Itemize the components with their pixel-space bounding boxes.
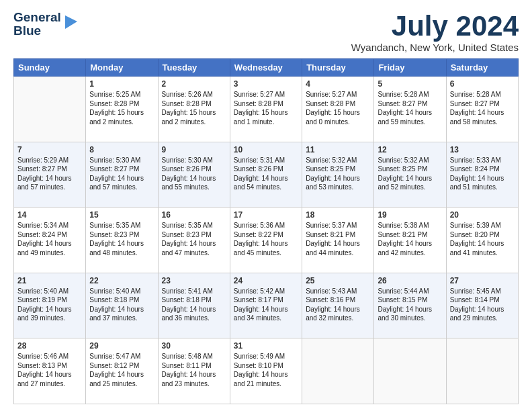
calendar-cell: 25Sunrise: 5:43 AMSunset: 8:16 PMDayligh…	[302, 273, 374, 338]
day-info: Sunrise: 5:43 AMSunset: 8:16 PMDaylight:…	[306, 287, 370, 323]
calendar-cell: 7Sunrise: 5:29 AMSunset: 8:27 PMDaylight…	[14, 142, 86, 208]
day-number: 5	[378, 79, 442, 89]
calendar-cell	[446, 338, 518, 404]
day-info: Sunrise: 5:40 AMSunset: 8:19 PMDaylight:…	[17, 287, 82, 323]
day-number: 9	[162, 145, 226, 154]
day-number: 6	[450, 79, 515, 89]
calendar-cell: 3Sunrise: 5:27 AMSunset: 8:28 PMDaylight…	[230, 77, 302, 142]
day-info: Sunrise: 5:27 AMSunset: 8:28 PMDaylight:…	[234, 90, 298, 126]
day-number: 20	[450, 210, 515, 220]
day-number: 13	[450, 145, 515, 154]
day-number: 16	[162, 210, 226, 220]
calendar-cell: 28Sunrise: 5:46 AMSunset: 8:13 PMDayligh…	[14, 338, 86, 404]
day-info: Sunrise: 5:33 AMSunset: 8:24 PMDaylight:…	[450, 156, 515, 192]
day-number: 8	[89, 145, 154, 154]
day-info: Sunrise: 5:31 AMSunset: 8:26 PMDaylight:…	[234, 156, 298, 192]
day-number: 23	[162, 276, 226, 285]
calendar-cell: 4Sunrise: 5:27 AMSunset: 8:28 PMDaylight…	[302, 77, 374, 142]
header-sunday: Sunday	[14, 59, 86, 77]
logo-blue: Blue	[13, 24, 61, 38]
calendar-cell	[302, 338, 374, 404]
calendar-cell: 2Sunrise: 5:26 AMSunset: 8:28 PMDaylight…	[158, 77, 230, 142]
calendar-cell: 11Sunrise: 5:32 AMSunset: 8:25 PMDayligh…	[302, 142, 374, 208]
calendar-cell: 12Sunrise: 5:32 AMSunset: 8:25 PMDayligh…	[374, 142, 446, 208]
calendar-cell: 18Sunrise: 5:37 AMSunset: 8:21 PMDayligh…	[302, 208, 374, 273]
calendar-cell: 14Sunrise: 5:34 AMSunset: 8:24 PMDayligh…	[14, 208, 86, 273]
day-info: Sunrise: 5:42 AMSunset: 8:17 PMDaylight:…	[234, 287, 298, 323]
calendar-cell: 15Sunrise: 5:35 AMSunset: 8:23 PMDayligh…	[86, 208, 158, 273]
day-number: 18	[306, 210, 370, 220]
day-number: 27	[450, 276, 515, 285]
day-info: Sunrise: 5:30 AMSunset: 8:26 PMDaylight:…	[162, 156, 226, 192]
day-info: Sunrise: 5:48 AMSunset: 8:11 PMDaylight:…	[162, 352, 226, 388]
day-number: 1	[89, 79, 154, 89]
day-number: 14	[17, 210, 82, 220]
day-info: Sunrise: 5:38 AMSunset: 8:21 PMDaylight:…	[378, 221, 442, 257]
month-title: July 2024	[351, 11, 519, 42]
calendar-cell: 29Sunrise: 5:47 AMSunset: 8:12 PMDayligh…	[86, 338, 158, 404]
calendar-cell: 16Sunrise: 5:35 AMSunset: 8:23 PMDayligh…	[158, 208, 230, 273]
calendar-cell: 19Sunrise: 5:38 AMSunset: 8:21 PMDayligh…	[374, 208, 446, 273]
calendar-cell: 13Sunrise: 5:33 AMSunset: 8:24 PMDayligh…	[446, 142, 518, 208]
calendar-cell: 1Sunrise: 5:25 AMSunset: 8:28 PMDaylight…	[86, 77, 158, 142]
day-number: 17	[234, 210, 298, 220]
day-number: 3	[234, 79, 298, 89]
day-info: Sunrise: 5:27 AMSunset: 8:28 PMDaylight:…	[306, 90, 370, 126]
calendar-table: Sunday Monday Tuesday Wednesday Thursday…	[13, 58, 519, 404]
day-number: 2	[162, 79, 226, 89]
day-number: 24	[234, 276, 298, 285]
day-number: 10	[234, 145, 298, 154]
day-number: 22	[89, 276, 154, 285]
day-number: 25	[306, 276, 370, 285]
day-number: 7	[17, 145, 82, 154]
calendar-cell: 10Sunrise: 5:31 AMSunset: 8:26 PMDayligh…	[230, 142, 302, 208]
day-number: 31	[234, 341, 298, 351]
day-number: 15	[89, 210, 154, 220]
day-info: Sunrise: 5:37 AMSunset: 8:21 PMDaylight:…	[306, 221, 370, 257]
day-info: Sunrise: 5:46 AMSunset: 8:13 PMDaylight:…	[17, 352, 82, 388]
header-saturday: Saturday	[446, 59, 518, 77]
day-info: Sunrise: 5:28 AMSunset: 8:27 PMDaylight:…	[450, 90, 515, 126]
day-number: 19	[378, 210, 442, 220]
day-number: 28	[17, 341, 82, 351]
header: General Blue July 2024 Wyandanch, New Yo…	[13, 11, 519, 53]
calendar-cell: 8Sunrise: 5:30 AMSunset: 8:27 PMDaylight…	[86, 142, 158, 208]
calendar-cell: 27Sunrise: 5:45 AMSunset: 8:14 PMDayligh…	[446, 273, 518, 338]
page: General Blue July 2024 Wyandanch, New Yo…	[0, 0, 532, 411]
svg-marker-0	[65, 15, 77, 29]
calendar-cell: 17Sunrise: 5:36 AMSunset: 8:22 PMDayligh…	[230, 208, 302, 273]
calendar-cell: 23Sunrise: 5:41 AMSunset: 8:18 PMDayligh…	[158, 273, 230, 338]
calendar-cell	[14, 77, 86, 142]
day-number: 30	[162, 341, 226, 351]
calendar-cell: 22Sunrise: 5:40 AMSunset: 8:18 PMDayligh…	[86, 273, 158, 338]
calendar-cell: 24Sunrise: 5:42 AMSunset: 8:17 PMDayligh…	[230, 273, 302, 338]
header-thursday: Thursday	[302, 59, 374, 77]
logo-triangle-icon	[64, 14, 79, 32]
calendar-cell	[374, 338, 446, 404]
day-number: 21	[17, 276, 82, 285]
calendar-cell: 21Sunrise: 5:40 AMSunset: 8:19 PMDayligh…	[14, 273, 86, 338]
day-info: Sunrise: 5:40 AMSunset: 8:18 PMDaylight:…	[89, 287, 154, 323]
day-info: Sunrise: 5:47 AMSunset: 8:12 PMDaylight:…	[89, 352, 154, 388]
day-number: 4	[306, 79, 370, 89]
day-info: Sunrise: 5:34 AMSunset: 8:24 PMDaylight:…	[17, 221, 82, 257]
day-info: Sunrise: 5:26 AMSunset: 8:28 PMDaylight:…	[162, 90, 226, 126]
header-wednesday: Wednesday	[230, 59, 302, 77]
day-number: 29	[89, 341, 154, 351]
day-info: Sunrise: 5:35 AMSunset: 8:23 PMDaylight:…	[162, 221, 226, 257]
day-info: Sunrise: 5:39 AMSunset: 8:20 PMDaylight:…	[450, 221, 515, 257]
calendar-cell: 26Sunrise: 5:44 AMSunset: 8:15 PMDayligh…	[374, 273, 446, 338]
day-number: 11	[306, 145, 370, 154]
day-info: Sunrise: 5:29 AMSunset: 8:27 PMDaylight:…	[17, 156, 82, 192]
header-monday: Monday	[86, 59, 158, 77]
day-info: Sunrise: 5:41 AMSunset: 8:18 PMDaylight:…	[162, 287, 226, 323]
day-info: Sunrise: 5:36 AMSunset: 8:22 PMDaylight:…	[234, 221, 298, 257]
day-info: Sunrise: 5:45 AMSunset: 8:14 PMDaylight:…	[450, 287, 515, 323]
calendar-cell: 31Sunrise: 5:49 AMSunset: 8:10 PMDayligh…	[230, 338, 302, 404]
day-info: Sunrise: 5:49 AMSunset: 8:10 PMDaylight:…	[234, 352, 298, 388]
location: Wyandanch, New York, United States	[351, 42, 519, 53]
day-info: Sunrise: 5:44 AMSunset: 8:15 PMDaylight:…	[378, 287, 442, 323]
calendar-header-row: Sunday Monday Tuesday Wednesday Thursday…	[14, 59, 519, 77]
day-info: Sunrise: 5:32 AMSunset: 8:25 PMDaylight:…	[378, 156, 442, 192]
calendar-cell: 30Sunrise: 5:48 AMSunset: 8:11 PMDayligh…	[158, 338, 230, 404]
